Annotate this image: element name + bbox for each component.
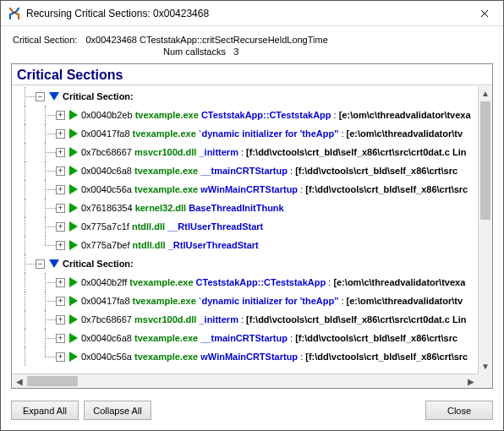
expander-icon[interactable]: + bbox=[56, 148, 65, 157]
expander-icon[interactable]: + bbox=[56, 334, 65, 343]
stack-frame-label: 0x0040c56a tvexample.exe wWinMainCRTStar… bbox=[81, 184, 468, 194]
expander-icon[interactable]: + bbox=[56, 278, 65, 287]
frame-marker-icon bbox=[69, 240, 78, 250]
frame-marker-icon bbox=[69, 333, 78, 343]
window-close-button[interactable] bbox=[465, 1, 503, 26]
stack-frame-row[interactable]: +0x76186354 kernel32.dll BaseThreadInitT… bbox=[15, 199, 471, 217]
vertical-scrollbar[interactable]: ▲ ▼ bbox=[478, 86, 492, 374]
expander-icon[interactable]: + bbox=[56, 166, 65, 176]
horizontal-scrollbar-thumb[interactable] bbox=[27, 376, 78, 386]
expander-icon[interactable]: + bbox=[56, 204, 65, 213]
stack-frame-row[interactable]: +0x0040b2ff tvexample.exe CTeststakApp::… bbox=[15, 273, 471, 292]
frame-marker-icon bbox=[69, 203, 78, 213]
expander-icon[interactable]: + bbox=[56, 129, 65, 139]
scrollbar-corner bbox=[478, 374, 492, 388]
section-header-label: Critical Section: bbox=[63, 91, 134, 101]
stack-frame-label: 0x0040b2eb tvexample.exe CTeststakApp::C… bbox=[81, 110, 471, 120]
frame-marker-icon bbox=[69, 277, 78, 287]
window-title: Recursing Critical Sections: 0x00423468 bbox=[26, 8, 465, 19]
expander-icon[interactable]: + bbox=[56, 222, 65, 232]
stack-frame-label: 0x00417fa8 tvexample.exe `dynamic initia… bbox=[81, 128, 463, 139]
tree-header: Critical Sections bbox=[12, 64, 492, 85]
stack-frame-row[interactable]: +0x0040c6a8 tvexample.exe __tmainCRTStar… bbox=[15, 161, 471, 180]
tree-section-header[interactable]: −Critical Section: bbox=[15, 254, 471, 273]
stack-frame-row[interactable]: +0x0040c6a8 tvexample.exe __tmainCRTStar… bbox=[15, 329, 471, 347]
stack-frame-label: 0x775a7bef ntdll.dll _RtlUserThreadStart bbox=[81, 240, 259, 250]
expander-icon[interactable]: + bbox=[56, 352, 65, 362]
button-bar: Expand All Collapse All Close bbox=[1, 396, 503, 430]
stack-frame-label: 0x775a7c1f ntdll.dll __RtlUserThreadStar… bbox=[81, 221, 263, 232]
frame-marker-icon bbox=[69, 110, 78, 120]
stack-frame-label: 0x0040b2ff tvexample.exe CTeststakApp::C… bbox=[81, 277, 465, 287]
frame-marker-icon bbox=[69, 314, 78, 325]
expander-icon[interactable]: + bbox=[56, 315, 65, 325]
stack-frame-label: 0x7bc68667 msvcr100d.dll _initterm : [f:… bbox=[81, 147, 467, 157]
frame-marker-icon bbox=[69, 221, 78, 232]
num-callstacks-label: Num callstacks bbox=[163, 46, 226, 57]
section-header-label: Critical Section: bbox=[63, 259, 134, 269]
info-area: Critical Section: 0x00423468 CTeststakAp… bbox=[1, 26, 503, 63]
collapse-all-button[interactable]: Collapse All bbox=[84, 401, 151, 420]
stack-frame-row[interactable]: +0x7bc68667 msvcr100d.dll _initterm : [f… bbox=[15, 310, 471, 329]
tree-section-header[interactable]: −Critical Section: bbox=[15, 87, 471, 106]
stack-frame-row[interactable]: +0x7bc68667 msvcr100d.dll _initterm : [f… bbox=[15, 143, 471, 161]
tree-body: −Critical Section:+0x0040b2eb tvexample.… bbox=[12, 85, 471, 368]
section-marker-icon bbox=[49, 259, 59, 268]
stack-frame-row[interactable]: +0x00417fa8 tvexample.exe `dynamic initi… bbox=[15, 124, 471, 143]
frame-marker-icon bbox=[69, 184, 78, 194]
expander-icon[interactable]: − bbox=[36, 259, 45, 269]
close-button[interactable]: Close bbox=[425, 401, 493, 420]
frame-marker-icon bbox=[69, 166, 78, 176]
critical-section-value: 0x00423468 CTeststakApp::critSectRecurse… bbox=[85, 35, 327, 45]
stack-frame-label: 0x76186354 kernel32.dll BaseThreadInitTh… bbox=[81, 203, 284, 213]
expander-icon[interactable]: + bbox=[56, 111, 65, 120]
stack-frame-label: 0x00417fa8 tvexample.exe `dynamic initia… bbox=[81, 296, 463, 306]
critical-section-label: Critical Section: bbox=[13, 35, 77, 45]
stack-frame-row[interactable]: +0x775a7bef ntdll.dll _RtlUserThreadStar… bbox=[15, 236, 471, 254]
stack-frame-label: 0x0040c6a8 tvexample.exe __tmainCRTStart… bbox=[81, 333, 457, 343]
stack-frame-label: 0x0040c6a8 tvexample.exe __tmainCRTStart… bbox=[81, 166, 457, 176]
frame-marker-icon bbox=[69, 296, 78, 306]
expander-icon[interactable]: + bbox=[56, 297, 65, 306]
stack-frame-row[interactable]: +0x00417fa8 tvexample.exe `dynamic initi… bbox=[15, 292, 471, 310]
stack-frame-label: 0x0040c56a tvexample.exe wWinMainCRTStar… bbox=[81, 352, 468, 362]
expander-icon[interactable]: + bbox=[56, 185, 65, 194]
stack-frame-label: 0x7bc68667 msvcr100d.dll _initterm : [f:… bbox=[81, 314, 467, 325]
frame-marker-icon bbox=[69, 352, 78, 362]
titlebar: Recursing Critical Sections: 0x00423468 bbox=[1, 1, 503, 26]
frame-marker-icon bbox=[69, 128, 78, 139]
stack-frame-row[interactable]: +0x0040b2eb tvexample.exe CTeststakApp::… bbox=[15, 106, 471, 124]
stack-frame-row[interactable]: +0x0040c56a tvexample.exe wWinMainCRTSta… bbox=[15, 347, 471, 366]
horizontal-scrollbar[interactable]: ◀ ▶ bbox=[12, 374, 478, 388]
vertical-scrollbar-thumb[interactable] bbox=[480, 101, 490, 220]
section-marker-icon bbox=[49, 92, 59, 101]
num-callstacks-value: 3 bbox=[233, 46, 238, 57]
expander-icon[interactable]: + bbox=[56, 241, 65, 250]
app-icon bbox=[8, 7, 21, 20]
expand-all-button[interactable]: Expand All bbox=[11, 401, 79, 420]
frame-marker-icon bbox=[69, 147, 78, 157]
tree-panel: Critical Sections −Critical Section:+0x0… bbox=[11, 63, 493, 389]
expander-icon[interactable]: − bbox=[36, 92, 45, 101]
stack-frame-row[interactable]: +0x0040c56a tvexample.exe wWinMainCRTSta… bbox=[15, 180, 471, 199]
stack-frame-row[interactable]: +0x775a7c1f ntdll.dll __RtlUserThreadSta… bbox=[15, 217, 471, 236]
